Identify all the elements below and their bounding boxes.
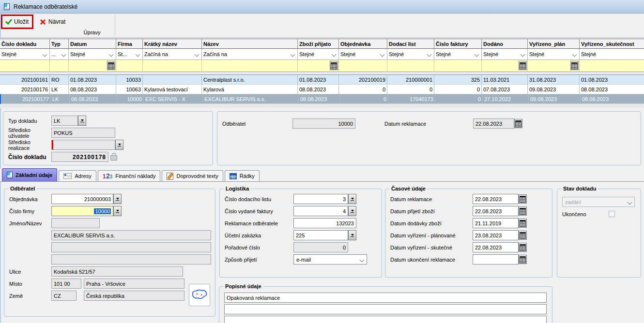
calendar-button[interactable]	[519, 243, 527, 252]
filter-calendar-button[interactable]	[330, 61, 338, 70]
cislo-dodaciho-listu-input[interactable]: 3	[293, 194, 348, 204]
calendar-button[interactable]	[519, 231, 527, 240]
column-header[interactable]: Firma	[116, 39, 143, 49]
filter-value-input[interactable]	[387, 60, 434, 72]
datum-reklamace-input[interactable]: 22.08.2023	[473, 118, 514, 129]
cislo-firmy-input[interactable]: 10000	[51, 206, 113, 216]
objednavka-lookup-button[interactable]	[113, 194, 122, 204]
back-button[interactable]: Návrat	[40, 16, 65, 28]
filter-operator-dropdown[interactable]: Začíná na	[143, 49, 202, 60]
filter-value-input[interactable]	[339, 60, 387, 72]
datum-vyrizeni-skutecne-input[interactable]: 22.08.2023	[473, 242, 519, 252]
filter-operator-dropdown[interactable]: Stejné	[580, 49, 644, 60]
table-row[interactable]: 202100161RO01.08.202310033Centralplast s…	[0, 75, 644, 85]
stredisko-uzivatele-input[interactable]: POKUS	[51, 128, 115, 138]
table-row[interactable]: 202100176LK08.08.202310063Kylarová testo…	[0, 85, 644, 94]
filter-value-input[interactable]	[298, 60, 339, 72]
filter-value-input[interactable]	[69, 60, 116, 72]
datum-prijeti-zbozi-input[interactable]: 22.08.2023	[473, 206, 519, 216]
filter-value-input[interactable]	[482, 60, 528, 72]
filter-operator-dropdown[interactable]: Stejné	[387, 49, 434, 60]
zeme-kod-input[interactable]: CZ	[51, 291, 77, 301]
filter-operator-dropdown[interactable]: Stejné	[482, 49, 528, 60]
calendar-button[interactable]	[519, 219, 527, 228]
zeme-input[interactable]: Česká republika	[84, 291, 184, 301]
datum-reklamace-calendar-button[interactable]	[514, 119, 522, 128]
nazev-input-3[interactable]	[51, 254, 211, 264]
objednavka-input[interactable]: 210000003	[51, 194, 113, 204]
typ-dokladu-input[interactable]: LK	[51, 116, 78, 126]
filter-value-input[interactable]	[116, 60, 143, 72]
tab-zakladni-udaje[interactable]: Základní údaje	[2, 168, 57, 181]
psc-input[interactable]: 101 00	[51, 279, 81, 289]
filter-value-input[interactable]	[143, 60, 202, 72]
cislo-vydane-faktury-input[interactable]: 4	[293, 206, 348, 216]
filter-calendar-button[interactable]	[519, 61, 527, 70]
tab-financni-naklady[interactable]: Finanční náklady	[98, 170, 161, 181]
column-header[interactable]: Dodací list	[387, 39, 434, 49]
window-title: Reklamace odběratelské	[14, 3, 77, 10]
column-header[interactable]: Typ	[50, 39, 69, 49]
calendar-button[interactable]	[519, 206, 527, 216]
map-button[interactable]	[189, 284, 210, 306]
typ-dokladu-lookup-button[interactable]	[78, 116, 86, 126]
popis-input-3[interactable]	[224, 316, 547, 323]
tab-doprovodne-texty[interactable]: Doprovodné texty	[162, 170, 223, 181]
filter-operator-dropdown[interactable]: Začíná na	[202, 49, 298, 60]
cislo-vydane-faktury-lookup-button[interactable]	[348, 206, 356, 216]
filter-value-input[interactable]	[50, 60, 69, 72]
filter-operator-dropdown[interactable]: ...	[50, 49, 69, 60]
column-header[interactable]: Objednávka	[339, 39, 387, 49]
filter-value-input[interactable]	[202, 60, 298, 72]
filter-operator-dropdown[interactable]: Stejné	[434, 49, 482, 60]
stredisko-realizace-input[interactable]	[51, 140, 115, 150]
datum-vyrizeni-planovane-input[interactable]: 23.08.2023	[473, 230, 519, 240]
jmeno-nazev-input[interactable]	[51, 218, 100, 228]
filter-value-input[interactable]	[434, 60, 482, 72]
column-header[interactable]: Dodáno	[482, 39, 528, 49]
filter-operator-dropdown[interactable]: Stejné	[528, 49, 580, 60]
popis-input-2[interactable]	[224, 304, 547, 314]
save-button[interactable]: Uložit	[1, 15, 33, 29]
filter-value-input[interactable]	[528, 60, 580, 72]
nazev-input-2[interactable]	[51, 242, 211, 252]
datum-reklamace-input[interactable]: 22.08.2023	[473, 194, 519, 204]
table-cell: 10033	[116, 75, 143, 85]
filter-operator-dropdown[interactable]: Stejné	[0, 49, 50, 60]
datum-dodavky-zbozi-input[interactable]: 21.11.2019	[473, 218, 519, 228]
ucetni-zakazka-lookup-button[interactable]	[348, 230, 356, 240]
popis-input-1[interactable]: Opakovaná reklamace	[224, 293, 547, 303]
filter-operator-dropdown[interactable]: Stejné	[298, 49, 339, 60]
calendar-button[interactable]	[519, 194, 527, 204]
filter-operator-dropdown[interactable]: St...	[116, 49, 143, 60]
reklamace-odberatele-input[interactable]: 132023	[293, 218, 356, 228]
odberatel-input[interactable]: 10000	[292, 118, 355, 129]
filter-value-input[interactable]	[580, 60, 644, 72]
filter-calendar-button[interactable]	[107, 61, 115, 70]
filter-operator-dropdown[interactable]: Stejné	[339, 49, 387, 60]
tab-radky[interactable]: Řádky	[225, 170, 260, 181]
nazev-input-1[interactable]: EXCALIBUR SERVIS a.s.	[51, 230, 211, 240]
cislo-firmy-lookup-button[interactable]	[113, 206, 122, 216]
tab-adresy[interactable]: Adresy	[59, 170, 96, 181]
table-row[interactable]: 202100177LK08.08.202310000EXC SERVIS - X…	[0, 94, 644, 104]
stredisko-realizace-lookup-button[interactable]	[115, 140, 123, 150]
filter-operator-dropdown[interactable]: Stejné	[69, 49, 116, 60]
ulice-input[interactable]: Kodaňská 521/57	[51, 266, 183, 277]
column-header[interactable]: Krátký název	[143, 39, 202, 49]
misto-input[interactable]: Praha - Vršovice	[84, 279, 184, 289]
column-header[interactable]: Číslo faktury	[434, 39, 482, 49]
cislo-dodaciho-listu-lookup-button[interactable]	[348, 194, 356, 204]
calendar-button[interactable]	[519, 255, 527, 264]
filter-calendar-button[interactable]	[570, 61, 579, 70]
column-header[interactable]: Vyřízeno_plán	[528, 39, 580, 49]
column-header[interactable]: Číslo dokladu	[0, 39, 50, 49]
datum-ukonceni-reklamace-input[interactable]	[473, 254, 519, 264]
column-header[interactable]: Název	[202, 39, 298, 49]
zpusob-prijeti-dropdown[interactable]: e-mail	[293, 254, 367, 264]
column-header[interactable]: Datum	[69, 39, 116, 49]
column-header[interactable]: Zboží přijato	[298, 39, 339, 49]
column-header[interactable]: Vyřízeno_skutečnost	[580, 39, 644, 49]
ucetni-zakazka-input[interactable]: 225	[293, 230, 348, 240]
filter-value-input[interactable]	[0, 60, 50, 72]
